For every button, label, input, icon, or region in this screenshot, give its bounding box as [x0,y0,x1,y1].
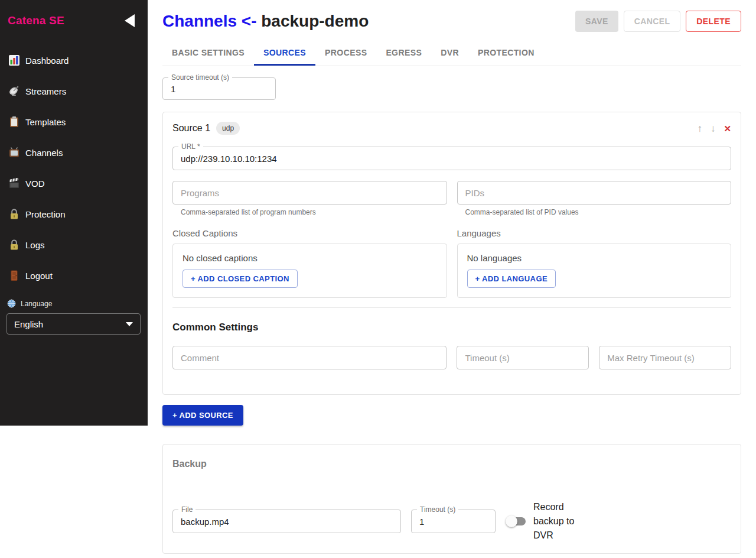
backup-fields-row: File Timeout (s) Record backup to DVR [172,500,731,543]
tab-sources[interactable]: SOURCES [254,40,315,66]
cancel-button[interactable]: CANCEL [624,11,681,32]
backup-card: Backup File Timeout (s) [162,444,741,554]
save-button[interactable]: SAVE [575,11,618,32]
source-timeout-label: Source timeout (s) [168,73,232,82]
pids-helper-text: Comma-separated list of PID values [465,208,732,216]
television-icon [8,147,20,158]
breadcrumb-channels-link[interactable]: Channels <- [162,12,256,30]
sidebar-header: Catena SE [0,0,148,27]
page-title: Channels <- backup-demo [162,12,369,31]
clipboard-icon [8,116,20,128]
satellite-dish-icon [8,85,20,97]
sidebar-item-vod[interactable]: VOD [0,168,148,199]
languages-empty-text: No languages [467,253,722,263]
source-title: Source 1 [172,123,210,134]
languages-label: Languages [457,228,732,238]
add-closed-caption-button[interactable]: + ADD CLOSED CAPTION [183,270,298,288]
pids-field [457,181,732,205]
page-header: Channels <- backup-demo SAVE CANCEL DELE… [148,0,756,32]
language-label-row: Language [0,291,148,308]
sidebar-menu: Dashboard Streamers Templates Channels [0,45,148,291]
sidebar: Catena SE Dashboard Streamers Templat [0,0,148,426]
language-label: Language [21,300,52,308]
sidebar-item-dashboard[interactable]: Dashboard [0,45,148,76]
sidebar-collapse-icon[interactable] [125,14,135,27]
backup-timeout-field: Timeout (s) [411,510,496,533]
sidebar-item-label: Channels [25,148,63,158]
sources-tab-panel: Source timeout (s) Source 1 udp ↑ ↓ ✕ UR… [148,77,756,554]
door-icon [8,270,20,281]
globe-icon [7,299,16,308]
source-actions: ↑ ↓ ✕ [697,124,731,134]
common-settings-heading: Common Settings [172,322,731,333]
padlock-icon [8,239,20,251]
tab-dvr[interactable]: DVR [431,40,468,66]
sidebar-item-label: Templates [25,117,66,127]
add-language-button[interactable]: + ADD LANGUAGE [467,270,556,288]
programs-group: Comma-separated list of program numbers [172,181,447,216]
comment-field [172,346,447,369]
remove-source-icon[interactable]: ✕ [724,124,731,133]
record-backup-toggle-label: Record backup to DVR [533,500,588,543]
tab-egress[interactable]: EGRESS [376,40,431,66]
language-select[interactable]: English [6,313,141,335]
sidebar-item-channels[interactable]: Channels [0,137,148,168]
clapperboard-icon [8,177,20,189]
programs-input[interactable] [173,181,447,204]
programs-helper-text: Comma-separated list of program numbers [181,208,447,216]
channel-name: backup-demo [261,12,369,30]
pids-group: Comma-separated list of PID values [457,181,732,216]
chevron-down-icon [126,322,133,326]
backup-file-field: File [172,510,401,533]
bar-chart-icon [8,54,20,66]
languages-box: No languages + ADD LANGUAGE [457,244,732,298]
max-retry-timeout-field [599,346,731,369]
tab-process[interactable]: PROCESS [315,40,376,66]
languages-group: Languages No languages + ADD LANGUAGE [457,228,732,298]
section-divider [172,307,731,308]
sidebar-item-logs[interactable]: Logs [0,229,148,260]
add-source-button[interactable]: + ADD SOURCE [162,405,243,426]
source-card: Source 1 udp ↑ ↓ ✕ URL * [162,112,741,395]
record-backup-toggle-group: Record backup to DVR [506,500,588,543]
sidebar-item-templates[interactable]: Templates [0,106,148,137]
record-backup-toggle[interactable] [506,515,527,527]
closed-captions-box: No closed captions + ADD CLOSED CAPTION [172,244,447,298]
url-input[interactable] [173,147,731,170]
sidebar-item-label: Logs [25,240,45,250]
sidebar-item-protection[interactable]: Protection [0,199,148,229]
sidebar-item-label: Protection [25,209,66,219]
timeout-field [457,346,589,369]
sidebar-item-label: Logout [25,271,53,281]
tab-bar: BASIC SETTINGS SOURCES PROCESS EGRESS DV… [162,40,741,66]
backup-file-label: File [178,505,195,514]
brand-logo: Catena SE [8,14,64,27]
language-selected-value: English [14,319,43,329]
backup-timeout-label: Timeout (s) [417,505,458,514]
source-type-badge: udp [216,122,240,135]
header-actions: SAVE CANCEL DELETE [575,11,741,32]
backup-card-title: Backup [172,459,731,469]
closed-captions-empty-text: No closed captions [183,253,437,263]
tab-basic-settings[interactable]: BASIC SETTINGS [162,40,254,66]
max-retry-timeout-input[interactable] [599,346,731,369]
delete-button[interactable]: DELETE [686,11,741,32]
backup-file-input[interactable] [173,510,400,533]
move-source-down-icon[interactable]: ↓ [711,124,716,134]
tab-protection[interactable]: PROTECTION [468,40,544,66]
timeout-input[interactable] [457,346,588,369]
pids-input[interactable] [458,181,731,204]
source-timeout-field: Source timeout (s) [162,77,276,100]
sidebar-item-label: Streamers [25,86,66,96]
source-card-header: Source 1 udp ↑ ↓ ✕ [172,122,731,135]
closed-captions-group: Closed Captions No closed captions + ADD… [172,228,447,298]
url-label: URL * [178,142,203,151]
url-field: URL * [172,147,731,170]
sidebar-item-logout[interactable]: Logout [0,260,148,291]
programs-field [172,181,447,205]
main-content: Channels <- backup-demo SAVE CANCEL DELE… [148,0,756,554]
sidebar-item-label: VOD [25,179,45,189]
sidebar-item-streamers[interactable]: Streamers [0,76,148,106]
move-source-up-icon[interactable]: ↑ [697,124,702,134]
comment-input[interactable] [173,346,446,369]
